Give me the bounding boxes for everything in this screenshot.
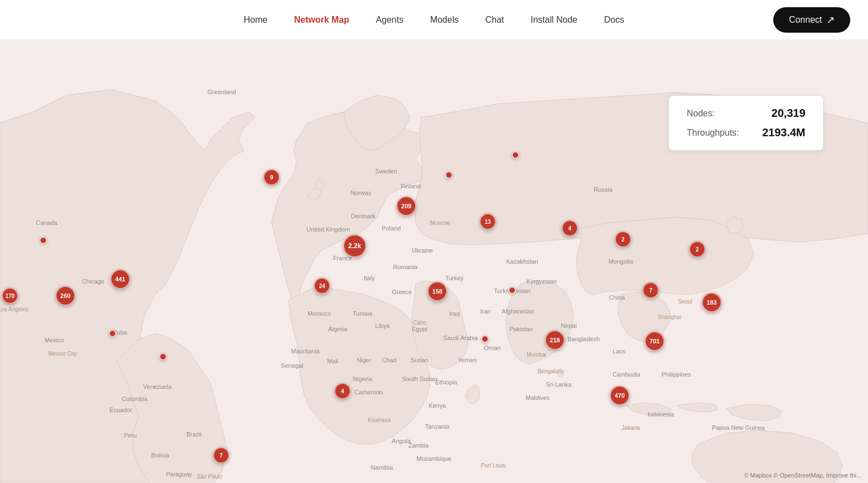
map-marker-s4[interactable] bbox=[481, 335, 489, 343]
nav-item-chat[interactable]: Chat bbox=[485, 15, 504, 25]
map-marker-m18[interactable]: 4 bbox=[334, 383, 351, 399]
map-marker-m13[interactable]: 701 bbox=[645, 331, 665, 351]
map-marker-m10[interactable]: 7 bbox=[642, 282, 659, 299]
nav-item-docs[interactable]: Docs bbox=[604, 15, 624, 25]
map-marker-m9[interactable]: 2 bbox=[689, 241, 706, 258]
navigation: HomeNetwork MapAgentsModelsChatInstall N… bbox=[0, 0, 868, 40]
nav-items: HomeNetwork MapAgentsModelsChatInstall N… bbox=[244, 15, 624, 25]
map-marker-m3[interactable]: 209 bbox=[396, 196, 416, 216]
map-marker-m7[interactable]: 4 bbox=[561, 220, 578, 237]
map-marker-s7[interactable] bbox=[159, 353, 167, 361]
map-marker-m2[interactable]: 2.2k bbox=[343, 234, 366, 258]
map-marker-m5[interactable]: 158 bbox=[427, 281, 447, 301]
map-marker-m14[interactable]: 470 bbox=[610, 386, 630, 405]
nav-item-agents[interactable]: Agents bbox=[376, 15, 404, 25]
nodes-row: Nodes: 20,319 bbox=[687, 107, 805, 120]
map-marker-s3[interactable] bbox=[508, 286, 516, 294]
map-marker-m8[interactable]: 2 bbox=[615, 231, 631, 248]
nodes-value: 20,319 bbox=[772, 107, 805, 120]
nav-item-models[interactable]: Models bbox=[430, 15, 459, 25]
nodes-label: Nodes: bbox=[687, 109, 715, 119]
map-marker-s6[interactable] bbox=[109, 330, 116, 337]
map-marker-m16[interactable]: 170 bbox=[2, 287, 18, 304]
map-marker-m15[interactable]: 441 bbox=[110, 269, 130, 289]
map-marker-m19[interactable]: 7 bbox=[213, 447, 229, 464]
map-marker-m6[interactable]: 13 bbox=[479, 213, 496, 230]
connect-button[interactable]: Connect bbox=[773, 7, 850, 33]
nav-item-install-node[interactable]: Install Node bbox=[530, 15, 578, 25]
throughputs-row: Throughputs: 2193.4M bbox=[687, 126, 805, 139]
stats-box: Nodes: 20,319 Throughputs: 2193.4M bbox=[668, 95, 824, 151]
nav-item-network-map[interactable]: Network Map bbox=[294, 15, 349, 25]
nav-item-home[interactable]: Home bbox=[244, 15, 268, 25]
map-marker-m17[interactable]: 260 bbox=[55, 286, 75, 306]
throughputs-label: Throughputs: bbox=[687, 128, 739, 138]
map-marker-m1[interactable]: 9 bbox=[263, 169, 280, 186]
map-attribution: © Mapbox © OpenStreetMap, Improve thi... bbox=[744, 472, 861, 479]
map-marker-s2[interactable] bbox=[445, 171, 453, 179]
map-marker-m11[interactable]: 183 bbox=[702, 292, 722, 312]
throughputs-value: 2193.4M bbox=[762, 126, 805, 139]
map-marker-m12[interactable]: 218 bbox=[545, 330, 565, 350]
map-marker-s5[interactable] bbox=[39, 237, 47, 244]
map-marker-m4[interactable]: 24 bbox=[314, 278, 330, 294]
map-container: 92.2k20924158134227183218701470441170260… bbox=[0, 40, 868, 483]
map-marker-s1[interactable] bbox=[512, 151, 519, 159]
